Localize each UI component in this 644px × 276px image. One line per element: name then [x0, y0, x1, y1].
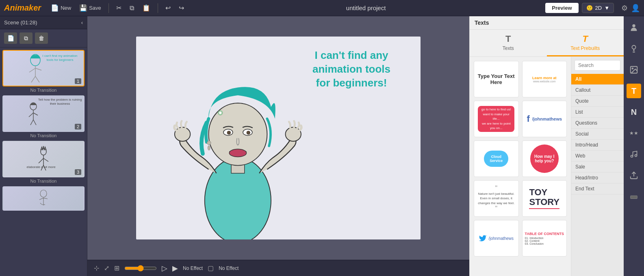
scene-thumb-2[interactable]: Tell how the problem is ruining their bu… [2, 95, 85, 132]
text-card-website[interactable]: Learn more at www.website.com [522, 61, 567, 97]
chevron-down-icon: ▼ [604, 5, 609, 11]
category-sale[interactable]: Sale [571, 162, 624, 172]
scene-panel: Scene (01:28) ‹ 📄 ⧉ 🗑 [0, 16, 87, 276]
svg-point-34 [632, 24, 635, 27]
new-button[interactable]: 📄 New [48, 2, 74, 13]
svg-point-25 [227, 131, 231, 135]
star-rating-icon[interactable]: ★★ [627, 126, 641, 140]
undo-button[interactable]: ↩ [163, 2, 173, 13]
settings-icon[interactable]: ⚙ [621, 4, 628, 13]
tab-text-prebuilts[interactable]: T Text Prebuilts [547, 30, 624, 56]
person-icon[interactable] [627, 20, 641, 35]
svg-line-8 [29, 113, 33, 117]
svg-point-18 [40, 190, 47, 197]
N-icon[interactable]: N [627, 105, 641, 119]
effect-label-2: No Effect [219, 265, 239, 271]
main-area: Scene (01:28) ‹ 📄 ⧉ 🗑 [0, 16, 644, 276]
duplicate-scene-button[interactable]: ⧉ [20, 32, 33, 44]
zoom-slider[interactable] [124, 265, 157, 272]
svg-point-35 [632, 45, 635, 49]
user-icon[interactable]: 👤 [631, 4, 640, 13]
save-button[interactable]: 💾 Save [77, 2, 104, 13]
lightbulb-icon[interactable] [627, 41, 641, 56]
fullscreen-icon[interactable]: ⤢ [104, 264, 109, 272]
texts-content: Type Your Text Here Learn more at www.we… [470, 57, 624, 276]
texts-tabs: T Texts T Text Prebuilts [470, 30, 624, 57]
canvas-area: I can't find any animation tools for beg… [87, 16, 469, 276]
preview-button[interactable]: Preview [545, 3, 578, 13]
svg-point-39 [635, 155, 637, 157]
text-card-facebook[interactable]: f /johnmathews [522, 101, 567, 137]
effect-icon-1[interactable]: ▢ [208, 264, 214, 272]
svg-line-3 [35, 68, 41, 70]
svg-line-10 [30, 120, 33, 125]
text-card-toc[interactable]: TABLE OF CONTENTS 01. Intoduction 02. Co… [522, 220, 567, 257]
svg-point-30 [175, 127, 190, 142]
category-web[interactable]: Web [571, 151, 624, 162]
texts-panel: Texts T Texts T Text Prebuilts Type Your… [469, 16, 624, 276]
image-icon[interactable] [627, 63, 641, 77]
scene-transition-3: No Transition [2, 177, 85, 185]
add-scene-button[interactable]: 📄 [4, 32, 17, 44]
svg-point-33 [219, 112, 221, 114]
canvas[interactable]: I can't find any animation tools for beg… [136, 37, 421, 239]
svg-line-4 [31, 76, 35, 82]
grey-box-icon[interactable] [627, 189, 641, 204]
text-card-help[interactable]: How may I help you? [522, 140, 567, 177]
project-title: untitled project [190, 4, 542, 11]
text-card-twitter[interactable]: /johnmathews [474, 220, 519, 257]
search-box: 🔍 [575, 60, 620, 71]
grid-icon[interactable]: ⊞ [114, 264, 119, 272]
scene-thumb-1[interactable]: I can't find my animation tools for begi… [2, 50, 85, 86]
svg-point-12 [41, 149, 46, 155]
scene-thumb-3[interactable]: elaborate a bit more 3 [2, 141, 85, 177]
scene-item-2: Tell how the problem is ruining their bu… [2, 95, 85, 140]
text-card-toy-story[interactable]: TOY STORY [522, 180, 567, 217]
play-alt-button[interactable]: ▶ [172, 264, 178, 273]
text-card-plain[interactable]: Type Your Text Here [474, 61, 519, 97]
category-end-text[interactable]: End Text [571, 183, 624, 194]
scene-label: Scene (01:28) [4, 19, 37, 26]
divider1 [108, 3, 109, 13]
texts-categories: 🔍 All Callout Quote List Questions Socia… [571, 57, 624, 276]
category-quote[interactable]: Quote [571, 96, 624, 107]
text-card-pink-bubble[interactable]: go to here to find us! want to make your… [474, 101, 519, 137]
paste-icon: 📋 [142, 4, 150, 12]
category-all[interactable]: All [571, 74, 624, 85]
svg-line-2 [29, 68, 35, 72]
copy-button[interactable]: ⧉ [127, 3, 137, 13]
redo-icon: ↪ [179, 4, 184, 12]
category-questions[interactable]: Questions [571, 118, 624, 129]
text-T-button[interactable]: T [627, 84, 641, 98]
category-intro-head[interactable]: Intro/Head [571, 140, 624, 151]
copy-icon: ⧉ [130, 4, 134, 12]
scene-thumb-4[interactable] [2, 186, 85, 211]
text-card-cloud[interactable]: Cloud Service [474, 140, 519, 177]
scene-collapse-icon[interactable]: ‹ [81, 19, 83, 26]
scene-item-1: I can't find my animation tools for begi… [2, 50, 85, 95]
fit-view-icon[interactable]: ⊹ [94, 264, 99, 272]
svg-point-27 [229, 149, 246, 157]
tab-texts[interactable]: T Texts [470, 30, 547, 56]
category-head-intro[interactable]: Head/Intro [571, 172, 624, 183]
svg-line-14 [39, 158, 43, 163]
delete-scene-button[interactable]: 🗑 [35, 32, 48, 44]
play-button[interactable]: ▷ [162, 264, 167, 273]
mode-selector[interactable]: 🙂 2D ▼ [582, 3, 614, 13]
texts-grid: Type Your Text Here Learn more at www.we… [470, 57, 571, 276]
redo-button[interactable]: ↪ [176, 2, 186, 13]
scene-item-3: elaborate a bit more 3 No Transition [2, 141, 85, 185]
category-social[interactable]: Social [571, 129, 624, 140]
paste-button[interactable]: 📋 [140, 2, 153, 13]
upload-icon[interactable] [627, 168, 641, 183]
cut-button[interactable]: ✂ [114, 2, 124, 13]
category-callout[interactable]: Callout [571, 85, 624, 96]
music-icon[interactable] [627, 147, 641, 162]
texts-panel-header: Texts [470, 16, 624, 30]
category-list[interactable]: List [571, 107, 624, 118]
svg-rect-41 [631, 196, 637, 198]
svg-point-38 [631, 155, 633, 157]
scene-number-1: 1 [75, 78, 81, 84]
search-input[interactable] [578, 63, 624, 68]
text-card-quote[interactable]: " Nature isn't just beautiful. Even in s… [474, 180, 519, 217]
